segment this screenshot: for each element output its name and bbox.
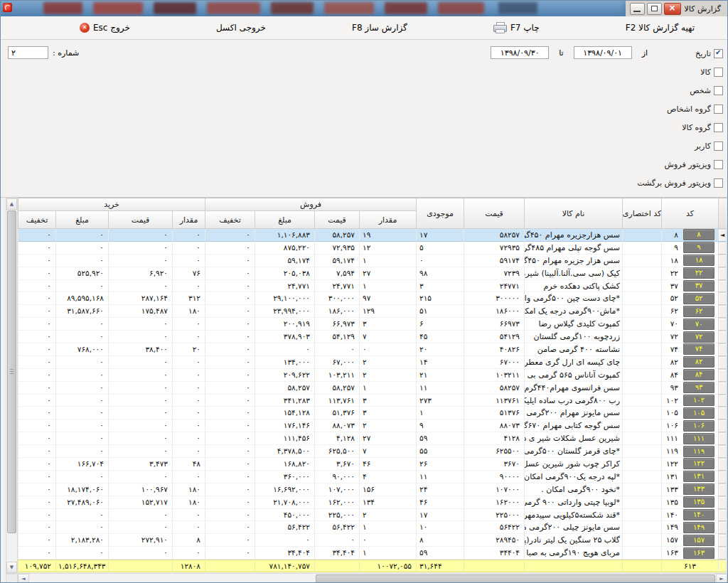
row-selector[interactable]: [718, 382, 727, 395]
cell-sale_qty: ۱۵۶: [359, 483, 416, 496]
cell-price: ۴۱۲۸: [464, 432, 524, 445]
row-selector[interactable]: [718, 407, 727, 419]
cell-buy_price: ۰: [108, 280, 172, 293]
row-selector[interactable]: [718, 496, 727, 509]
row-selector[interactable]: [718, 318, 727, 331]
row-selector[interactable]: [718, 343, 727, 356]
cell-sale_amount: ۱۶۸,۸۲۰: [255, 458, 314, 471]
header-sale-discount[interactable]: تخفیف: [205, 211, 255, 229]
header-sale-price[interactable]: قیمت: [314, 211, 359, 229]
restore-button[interactable]: [647, 3, 662, 15]
row-selector[interactable]: [718, 483, 727, 496]
row-selector[interactable]: [718, 547, 727, 560]
cell-sale_qty: ۲۷: [359, 432, 416, 445]
checkbox-return-sales-visitor[interactable]: [714, 178, 723, 188]
checkbox-sales-visitor[interactable]: [714, 160, 723, 169]
row-selector[interactable]: [718, 255, 727, 267]
checkbox-person-group[interactable]: [714, 105, 723, 114]
row-selector[interactable]: [718, 331, 727, 343]
app-icon[interactable]: [3, 3, 12, 12]
vertical-scroll-thumb[interactable]: [7, 210, 16, 533]
row-selector[interactable]: [718, 280, 727, 293]
titlebar-blur-decoration: [498, 2, 537, 14]
row-selector[interactable]: [718, 509, 727, 522]
cell-buy_amount: ۰: [55, 356, 108, 369]
cell-price: ۳۰۰۰۰۰: [464, 292, 524, 305]
close-button[interactable]: [664, 3, 681, 15]
number-input[interactable]: [8, 46, 48, 59]
report-builder-button[interactable]: گزارش ساز F8: [348, 21, 412, 35]
cell-stock: ۱۴: [416, 356, 464, 369]
row-selector[interactable]: [718, 471, 727, 483]
header-sale-amount[interactable]: مبلغ: [255, 211, 314, 229]
scroll-right-arrow[interactable]: ►: [716, 574, 727, 583]
code-badge: ۷۰: [683, 319, 714, 330]
cell-buy_discount: ۰: [18, 419, 55, 432]
exit-button[interactable]: خروج Esc: [75, 21, 134, 35]
prepare-report-button[interactable]: تهیه گزارش کالا F2: [621, 21, 699, 35]
header-name[interactable]: نام کالا: [524, 198, 622, 229]
row-selector[interactable]: [718, 419, 727, 432]
titlebar-blur-decoration: [93, 2, 143, 14]
row-selector[interactable]: [718, 292, 727, 305]
row-selector[interactable]: ◄: [718, 229, 727, 242]
date-to-input[interactable]: [491, 46, 549, 59]
cell-buy_discount: ۰: [18, 292, 55, 305]
cell-price: ۵۸۲۵۷: [464, 229, 524, 242]
cell-buy_qty: ۰: [172, 382, 205, 395]
print-button[interactable]: چاپ F7: [489, 20, 544, 36]
cell-buy_price: ۰: [108, 471, 172, 483]
header-buy-qty[interactable]: مقدار: [172, 211, 205, 229]
code-value: ۵۲: [662, 292, 682, 304]
checkbox-goods[interactable]: [714, 68, 723, 77]
cell-sale_amount: ۴۵۰,۰۰۰: [255, 509, 314, 522]
horizontal-scroll-thumb[interactable]: [316, 574, 715, 583]
row-selector[interactable]: [718, 356, 727, 369]
header-sale-group[interactable]: فروش: [205, 198, 416, 211]
code-badge: ۱۶۳: [683, 547, 714, 559]
cell-sale_price: ۳۴,۴۰۴: [314, 547, 359, 560]
header-stock[interactable]: موجودی: [416, 198, 464, 229]
row-selector[interactable]: [718, 521, 727, 534]
header-buy-amount[interactable]: مبلغ: [55, 211, 108, 229]
checkbox-date[interactable]: [714, 49, 723, 58]
scroll-left-arrow[interactable]: ◄: [18, 574, 29, 583]
cell-sale_price: ۵۱,۳۷۶: [314, 407, 359, 419]
scroll-down-arrow[interactable]: ▼: [6, 562, 17, 573]
row-selector[interactable]: [718, 458, 727, 471]
row-selector[interactable]: [718, 369, 727, 382]
horizontal-scrollbar[interactable]: ◄ ►: [18, 573, 727, 583]
row-selector[interactable]: [718, 432, 727, 445]
checkbox-goods-group[interactable]: [714, 123, 723, 132]
cell-sale_amount: ۱,۱۰۶,۸۸۳: [255, 229, 314, 242]
cell-code: ۷۲۷۲: [661, 331, 718, 343]
row-selector[interactable]: [718, 242, 727, 255]
cell-code: ۹۳۹۳: [661, 382, 718, 395]
row-selector[interactable]: [718, 445, 727, 458]
header-sale-qty[interactable]: مقدار: [359, 211, 416, 229]
header-purchase-group[interactable]: خرید: [18, 198, 205, 211]
header-code[interactable]: کد: [661, 198, 718, 229]
cell-stock: ۱۷: [416, 229, 464, 242]
header-short-code[interactable]: کد اختصاری: [622, 198, 661, 229]
minimize-button[interactable]: [630, 3, 645, 15]
row-selector[interactable]: [718, 395, 727, 407]
excel-export-button[interactable]: خروجی اکسل: [212, 21, 270, 35]
checkbox-person[interactable]: [714, 86, 723, 95]
checkbox-user[interactable]: [714, 141, 723, 151]
cell-sale_price: ۶۲۵,۵۰۰: [314, 445, 359, 458]
scroll-up-arrow[interactable]: ▲: [6, 198, 17, 210]
header-buy-price[interactable]: قیمت: [108, 211, 172, 229]
cell-code: ۸۴۸۴: [661, 369, 718, 382]
cell-name: کمپوت کلیدی گیلاس رضا: [524, 318, 622, 331]
row-selector[interactable]: [718, 534, 727, 547]
header-price[interactable]: قیمت: [464, 198, 524, 229]
row-selector[interactable]: [718, 267, 727, 280]
cell-stock: ۴۶: [416, 496, 464, 509]
date-from-input[interactable]: [574, 46, 632, 59]
code-value: ۲۲: [662, 267, 682, 279]
header-buy-discount[interactable]: تخفیف: [18, 211, 55, 229]
row-selector[interactable]: [718, 305, 727, 318]
cell-buy_amount: ۰: [55, 445, 108, 458]
vertical-scrollbar[interactable]: ▲ ▼: [6, 198, 18, 574]
